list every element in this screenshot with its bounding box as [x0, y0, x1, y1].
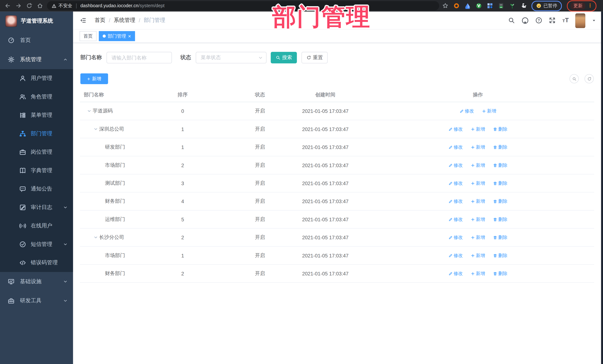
dept-name-input[interactable]	[106, 52, 172, 63]
github-icon[interactable]	[522, 17, 529, 24]
browser-update-button[interactable]: 更新 ⋮	[567, 0, 596, 11]
edit-action-link[interactable]: 修改	[448, 144, 463, 150]
add-action-link[interactable]: 新增	[471, 180, 485, 187]
cell-status: 开启	[231, 126, 289, 132]
back-icon[interactable]	[5, 3, 11, 9]
sidebar-item-8[interactable]: 在线用户	[0, 217, 73, 235]
ext-drop-icon[interactable]	[464, 3, 471, 9]
table-row[interactable]: 市场部门1开启2021-01-05 17:03:47修改新增删除	[80, 247, 594, 265]
font-size-icon[interactable]: TT	[562, 17, 569, 23]
delete-action-link[interactable]: 删除	[493, 252, 508, 259]
sidebar-item-1[interactable]: 角色管理	[0, 88, 73, 106]
reset-button[interactable]: 重置	[302, 52, 328, 63]
close-tag-icon[interactable]: ×	[128, 33, 131, 39]
add-button[interactable]: + 新增	[80, 73, 108, 84]
sidebar-group-0[interactable]: 基础设施	[0, 272, 73, 291]
sidebar-item-system[interactable]: 系统管理	[0, 50, 73, 69]
delete-action-link[interactable]: 删除	[493, 144, 508, 150]
sidebar-group-1[interactable]: 研发工具	[0, 291, 73, 310]
delete-action-link[interactable]: 删除	[493, 270, 508, 277]
toggle-search-button[interactable]	[570, 74, 579, 83]
add-action-link[interactable]: 新增	[471, 126, 485, 132]
tag-dept-active[interactable]: 部门管理 ×	[99, 31, 135, 41]
edit-action-link[interactable]: 修改	[448, 126, 463, 132]
sidebar-item-7[interactable]: 审计日志	[0, 198, 73, 217]
search-icon[interactable]	[508, 17, 515, 24]
paused-extension-chip[interactable]: 已暂停	[531, 0, 562, 11]
search-button[interactable]: 搜索	[271, 52, 297, 63]
bookmark-star-icon[interactable]	[442, 3, 448, 9]
table-row[interactable]: 测试部门3开启2021-01-05 17:03:47修改新增删除	[80, 174, 594, 192]
ext-dark-on-icon[interactable]: on	[498, 3, 504, 9]
tag-home[interactable]: 首页	[80, 31, 96, 41]
add-action-link[interactable]: 新增	[471, 270, 485, 277]
reset-button-label: 重置	[313, 54, 323, 61]
sidebar-item-6[interactable]: 通知公告	[0, 180, 73, 198]
page-scrollbar[interactable]	[601, 11, 603, 364]
ext-target-icon[interactable]	[453, 3, 460, 9]
table-row[interactable]: 财务部门2开启2021-01-05 17:03:47修改新增删除	[80, 265, 594, 283]
status-select[interactable]: 菜单状态	[196, 52, 267, 63]
tree-expand-icon[interactable]	[93, 235, 98, 240]
table-row[interactable]: 芋道源码0开启2021-01-05 17:03:47修改新增	[80, 102, 594, 120]
emoji-face-icon	[536, 3, 541, 9]
sidebar-item-3[interactable]: 部门管理	[0, 124, 73, 143]
delete-action-link[interactable]: 删除	[493, 198, 508, 204]
delete-action-link[interactable]: 删除	[493, 162, 508, 168]
table-row[interactable]: 深圳总公司1开启2021-01-05 17:03:47修改新增删除	[80, 120, 594, 138]
fullscreen-icon[interactable]	[549, 17, 556, 24]
reload-icon[interactable]	[26, 3, 32, 9]
breadcrumb-item-system[interactable]: 系统管理	[114, 17, 135, 24]
edit-action-link[interactable]: 修改	[448, 162, 463, 168]
edit-action-link[interactable]: 修改	[448, 234, 463, 241]
sidebar-group-label: 基础设施	[20, 278, 63, 285]
edit-action-link[interactable]: 修改	[448, 216, 463, 223]
sidebar-item-0[interactable]: 用户管理	[0, 69, 73, 88]
refresh-table-button[interactable]	[585, 74, 594, 83]
table-row[interactable]: 运维部门5开启2021-01-05 17:03:47修改新增删除	[80, 210, 594, 229]
caret-down-icon[interactable]	[592, 18, 596, 22]
add-action-link[interactable]: 新增	[482, 108, 496, 114]
sidebar-item-10[interactable]: 错误码管理	[0, 254, 73, 272]
kebab-menu-icon[interactable]: ⋮	[588, 4, 593, 8]
help-icon[interactable]: ?	[535, 17, 542, 24]
sidebar-item-4[interactable]: 岗位管理	[0, 143, 73, 161]
sidebar-toggle-icon[interactable]	[79, 17, 87, 23]
delete-action-link[interactable]: 删除	[493, 216, 508, 223]
add-action-link[interactable]: 新增	[471, 234, 485, 241]
edit-action-link[interactable]: 修改	[448, 198, 463, 204]
add-action-link[interactable]: 新增	[471, 216, 485, 223]
tree-expand-icon[interactable]	[87, 109, 92, 113]
add-action-link[interactable]: 新增	[471, 198, 485, 204]
delete-action-link[interactable]: 删除	[493, 180, 508, 187]
add-action-link[interactable]: 新增	[471, 162, 485, 168]
avatar[interactable]	[575, 13, 585, 28]
delete-action-link[interactable]: 删除	[493, 126, 508, 132]
edit-action-link[interactable]: 修改	[448, 270, 463, 277]
table-row[interactable]: 市场部门2开启2021-01-05 17:03:47修改新增删除	[80, 156, 594, 174]
edit-action-link[interactable]: 修改	[448, 180, 463, 187]
table-row[interactable]: 财务部门4开启2021-01-05 17:03:47修改新增删除	[80, 192, 594, 210]
app-title: 芋道管理系统	[21, 18, 53, 24]
breadcrumb-item-home[interactable]: 首页	[95, 17, 105, 24]
delete-action-link[interactable]: 删除	[493, 234, 508, 241]
sidebar-item-5[interactable]: 字典管理	[0, 161, 73, 180]
table-row[interactable]: 研发部门1开启2021-01-05 17:03:47修改新增删除	[80, 138, 594, 156]
edit-action-link[interactable]: 修改	[459, 108, 474, 114]
add-action-link[interactable]: 新增	[471, 252, 485, 259]
home-icon[interactable]	[37, 3, 43, 9]
ext-squares-icon[interactable]	[487, 3, 493, 9]
sidebar-item-home[interactable]: 首页	[0, 31, 73, 50]
sidebar-item-2[interactable]: 菜单管理	[0, 106, 73, 124]
tree-expand-icon[interactable]	[93, 127, 98, 132]
edit-action-link[interactable]: 修改	[448, 252, 463, 259]
forward-icon[interactable]	[15, 3, 22, 9]
sidebar-item-9[interactable]: 短信管理	[0, 235, 73, 253]
add-action-link[interactable]: 新增	[471, 144, 485, 150]
ext-sprout-icon[interactable]	[509, 3, 515, 9]
ext-green-v-icon[interactable]	[476, 3, 482, 9]
address-bar[interactable]: 不安全 dashboard.yudao.iocoder.cn/system/de…	[47, 1, 439, 10]
action-label: 新增	[487, 108, 496, 114]
ext-puzzle-icon[interactable]	[520, 3, 526, 9]
table-row[interactable]: 长沙分公司2开启2021-01-05 17:03:47修改新增删除	[80, 229, 594, 246]
